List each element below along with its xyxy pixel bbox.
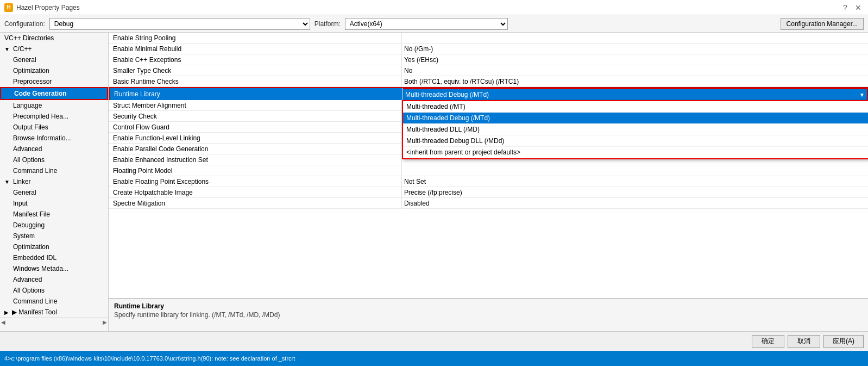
sidebar-item-precompiled-headers[interactable]: Precompiled Hea... bbox=[0, 111, 108, 122]
property-name: Spectre Mitigation bbox=[109, 198, 402, 208]
sidebar-item-command-line-linker[interactable]: Command Line bbox=[0, 296, 108, 307]
runtime-library-value-container: Multi-threaded Debug (/MTd)▼Multi-thread… bbox=[403, 88, 868, 100]
property-value: Both (/RTC1, equiv. to /RTCsu) (/RTC1) bbox=[402, 76, 868, 86]
configuration-manager-button[interactable]: Configuration Manager... bbox=[781, 18, 864, 30]
sidebar-item-all-options-cc[interactable]: All Options bbox=[0, 154, 108, 165]
sidebar-item-output-files[interactable]: Output Files bbox=[0, 122, 108, 133]
sidebar-item-command-line-cc[interactable]: Command Line bbox=[0, 165, 108, 176]
runtime-library-dropdown: Multi-threaded (/MT)Multi-threaded Debug… bbox=[402, 100, 868, 159]
sidebar-item-vc-directories[interactable]: VC++ Directories bbox=[0, 33, 108, 44]
dropdown-option-multi-threaded-dll---md-[interactable]: Multi-threaded DLL (/MD) bbox=[403, 124, 868, 135]
runtime-library-value-header[interactable]: Multi-threaded Debug (/MTd)▼ bbox=[403, 88, 868, 100]
dropdown-option-multi-threaded-debug-dll---mdd-[interactable]: Multi-threaded Debug DLL (/MDd) bbox=[403, 135, 868, 147]
sidebar-item-linker-input[interactable]: Input bbox=[0, 198, 108, 209]
property-name: Enable C++ Exceptions bbox=[109, 54, 402, 65]
sidebar-item-linker-general[interactable]: General bbox=[0, 187, 108, 198]
property-name: Enable Floating Point Exceptions bbox=[109, 176, 402, 187]
runtime-library-row: Runtime LibraryMulti-threaded Debug (/MT… bbox=[109, 87, 868, 100]
apply-button[interactable]: 应用(A) bbox=[823, 335, 864, 348]
ok-button[interactable]: 确定 bbox=[752, 335, 784, 348]
sidebar: VC++ Directories▼C/C++GeneralOptimizatio… bbox=[0, 33, 109, 331]
app-icon: H bbox=[4, 3, 13, 12]
sidebar-item-advanced-linker[interactable]: Advanced bbox=[0, 274, 108, 285]
dropdown-option-multi-threaded-debug---mtd-[interactable]: Multi-threaded Debug (/MTd) bbox=[403, 113, 868, 124]
runtime-library-name: Runtime Library bbox=[110, 88, 403, 100]
content-area: Enable String PoolingEnable Minimal Rebu… bbox=[109, 33, 868, 331]
platform-label: Platform: bbox=[315, 20, 341, 28]
sidebar-label-preprocessor: Preprocessor bbox=[13, 78, 52, 85]
dropdown-option-multi-threaded---mt-[interactable]: Multi-threaded (/MT) bbox=[403, 101, 868, 113]
sidebar-item-linker-optimization[interactable]: Optimization bbox=[0, 241, 108, 252]
sidebar-item-language[interactable]: Language bbox=[0, 100, 108, 111]
property-name: Floating Point Model bbox=[109, 165, 402, 176]
scroll-left-arrow[interactable]: ◀ bbox=[1, 319, 5, 325]
description-area: Runtime Library Specify runtime library … bbox=[109, 299, 868, 331]
configuration-select[interactable]: Debug bbox=[49, 18, 310, 30]
sidebar-label-linker-input: Input bbox=[13, 200, 28, 207]
config-label: Configuration: bbox=[4, 20, 45, 28]
property-name: Smaller Type Check bbox=[109, 65, 402, 76]
property-row: Enable Minimal RebuildNo (/Gm-) bbox=[109, 44, 868, 54]
sidebar-label-vc-directories: VC++ Directories bbox=[4, 34, 54, 42]
sidebar-label-advanced-linker: Advanced bbox=[13, 276, 42, 283]
sidebar-item-debugging[interactable]: Debugging bbox=[0, 220, 108, 231]
expand-icon-c-cpp: ▼ bbox=[4, 46, 10, 52]
platform-select[interactable]: Active(x64) bbox=[345, 18, 508, 30]
property-value: Disabled bbox=[402, 198, 868, 208]
runtime-library-selected-value: Multi-threaded Debug (/MTd) bbox=[405, 91, 489, 98]
property-table: Enable String PoolingEnable Minimal Rebu… bbox=[109, 33, 868, 299]
bottom-bar: 确定 取消 应用(A) bbox=[0, 331, 868, 351]
sidebar-item-windows-metadata[interactable]: Windows Metada... bbox=[0, 263, 108, 274]
config-bar: Configuration: Debug Platform: Active(x6… bbox=[0, 15, 868, 33]
property-name: Control Flow Guard bbox=[109, 122, 402, 132]
expand-icon-linker: ▼ bbox=[4, 179, 10, 185]
property-name: Create Hotpatchable Image bbox=[109, 187, 402, 197]
sidebar-item-general[interactable]: General bbox=[0, 54, 108, 65]
sidebar-item-optimization[interactable]: Optimization bbox=[0, 65, 108, 76]
sidebar-label-advanced-cc: Advanced bbox=[13, 145, 42, 153]
sidebar-label-browse-information: Browse Informatio... bbox=[13, 134, 71, 142]
sidebar-item-preprocessor[interactable]: Preprocessor bbox=[0, 76, 108, 87]
description-text: Specify runtime library for linking. (/M… bbox=[114, 311, 863, 319]
property-row: Spectre MitigationDisabled bbox=[109, 198, 868, 209]
property-row: Create Hotpatchable ImagePrecise (/fp:pr… bbox=[109, 187, 868, 198]
sidebar-item-manifest-file[interactable]: Manifest File bbox=[0, 209, 108, 220]
sidebar-item-browse-information[interactable]: Browse Informatio... bbox=[0, 133, 108, 144]
description-title: Runtime Library bbox=[114, 302, 863, 310]
sidebar-item-advanced-cc[interactable]: Advanced bbox=[0, 144, 108, 154]
sidebar-label-embedded-idl: Embedded IDL bbox=[13, 254, 56, 262]
sidebar-label-debugging: Debugging bbox=[13, 221, 45, 229]
sidebar-label-linker-general: General bbox=[13, 189, 36, 196]
dropdown-option--inherit-from-parent-or-project-defaults-[interactable]: <inherit from parent or project defaults… bbox=[403, 147, 868, 158]
scroll-right-arrow[interactable]: ▶ bbox=[103, 319, 107, 325]
sidebar-item-all-options-linker[interactable]: All Options bbox=[0, 285, 108, 296]
sidebar-label-c-cpp: C/C++ bbox=[13, 45, 32, 53]
sidebar-label-all-options-linker: All Options bbox=[13, 287, 45, 294]
sidebar-label-linker-optimization: Optimization bbox=[13, 243, 49, 251]
property-value bbox=[402, 33, 868, 43]
sidebar-item-embedded-idl[interactable]: Embedded IDL bbox=[0, 252, 108, 263]
cancel-button[interactable]: 取消 bbox=[788, 335, 820, 348]
dropdown-arrow-icon: ▼ bbox=[859, 92, 865, 98]
sidebar-item-code-generation[interactable]: Code Generation bbox=[0, 87, 108, 100]
sidebar-label-manifest-tool: ▶ Manifest Tool bbox=[12, 308, 57, 316]
property-name: Basic Runtime Checks bbox=[109, 76, 402, 86]
property-name: Enable Function-Level Linking bbox=[109, 133, 402, 143]
status-bar: 4>c:\program files (x86)\windows kits\10… bbox=[0, 351, 868, 366]
property-row: Enable C++ ExceptionsYes (/EHsc) bbox=[109, 54, 868, 65]
property-name: Enable Parallel Code Generation bbox=[109, 144, 402, 154]
close-button[interactable]: ✕ bbox=[853, 2, 864, 13]
title-bar: H Hazel Property Pages ? ✕ bbox=[0, 0, 868, 15]
help-button[interactable]: ? bbox=[840, 2, 851, 13]
sidebar-item-system[interactable]: System bbox=[0, 231, 108, 241]
sidebar-item-manifest-tool[interactable]: ▶▶ Manifest Tool bbox=[0, 307, 108, 318]
sidebar-item-c-cpp[interactable]: ▼C/C++ bbox=[0, 44, 108, 54]
sidebar-item-linker[interactable]: ▼Linker bbox=[0, 176, 108, 187]
property-name: Enable Minimal Rebuild bbox=[109, 44, 402, 54]
sidebar-label-code-generation: Code Generation bbox=[14, 90, 67, 97]
property-value: Yes (/EHsc) bbox=[402, 54, 868, 65]
property-row: Floating Point Model bbox=[109, 165, 868, 176]
sidebar-label-linker: Linker bbox=[13, 178, 31, 185]
property-value bbox=[402, 165, 868, 176]
property-row: Basic Runtime ChecksBoth (/RTC1, equiv. … bbox=[109, 76, 868, 87]
